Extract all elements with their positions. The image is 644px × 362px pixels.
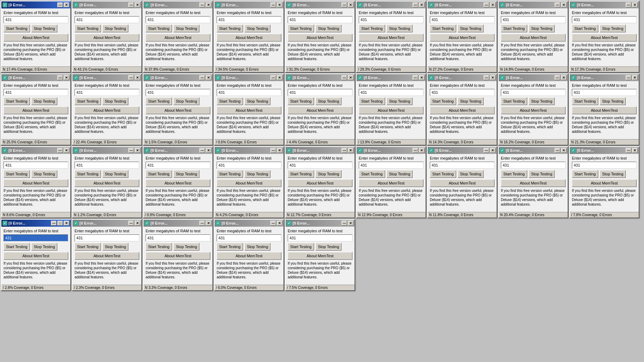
ram-input-4[interactable] <box>217 16 281 23</box>
stop-btn-13[interactable]: Stop Testing <box>244 97 270 105</box>
start-btn-5[interactable]: Start Testing <box>288 25 314 32</box>
minimize-btn-12[interactable]: — <box>199 75 205 80</box>
minimize-btn-6[interactable]: — <box>413 2 418 7</box>
about-btn-27[interactable]: About MemTest <box>572 179 637 187</box>
about-btn-1[interactable]: About MemTest <box>4 34 68 41</box>
minimize-btn-13[interactable]: — <box>270 75 276 80</box>
ram-input-30[interactable] <box>146 234 210 241</box>
about-btn-32[interactable]: About MemTest <box>288 252 352 260</box>
window-18[interactable]: ✓ [0 Error... — ✕ Enter megabytes of RAM… <box>569 73 639 146</box>
stop-btn-18[interactable]: Stop Testing <box>600 97 626 105</box>
titlebar-10[interactable]: ✓ [0 Error... — ✕ <box>1 74 70 81</box>
close-btn-17[interactable]: ✕ <box>561 75 567 80</box>
stop-btn-20[interactable]: Stop Testing <box>102 170 128 178</box>
ram-input-2[interactable] <box>75 16 139 23</box>
start-btn-21[interactable]: Start Testing <box>146 170 172 178</box>
window-24[interactable]: ✓ [0 Error... — ✕ Enter megabytes of RAM… <box>356 146 426 218</box>
titlebar-17[interactable]: ✓ [0 Error... — ✕ <box>499 74 568 81</box>
start-btn-29[interactable]: Start Testing <box>75 243 101 251</box>
stop-btn-14[interactable]: Stop Testing <box>315 97 342 105</box>
close-btn-13[interactable]: ✕ <box>277 75 282 80</box>
stop-btn-26[interactable]: Stop Testing <box>529 170 555 178</box>
titlebar-5[interactable]: ✓ [0 Error... — ✕ <box>286 1 355 8</box>
close-btn-2[interactable]: ✕ <box>135 2 140 7</box>
ram-input-7[interactable] <box>430 16 495 23</box>
titlebar-13[interactable]: ✓ [0 Error... — ✕ <box>215 74 283 81</box>
start-btn-4[interactable]: Start Testing <box>217 25 243 32</box>
start-btn-24[interactable]: Start Testing <box>359 170 385 178</box>
window-27[interactable]: ✓ [0 Error... — ✕ Enter megabytes of RAM… <box>569 146 639 218</box>
titlebar-4[interactable]: ✓ [0 Error... — ✕ <box>215 1 283 8</box>
minimize-btn-25[interactable]: — <box>484 148 489 153</box>
window-21[interactable]: ✓ [0 Error... — ✕ Enter megabytes of RAM… <box>143 146 213 218</box>
stop-btn-31[interactable]: Stop Testing <box>244 243 270 251</box>
ram-input-5[interactable] <box>288 16 352 23</box>
about-btn-25[interactable]: About MemTest <box>430 179 495 187</box>
ram-input-13[interactable] <box>217 89 281 96</box>
about-btn-26[interactable]: About MemTest <box>501 179 566 187</box>
about-btn-29[interactable]: About MemTest <box>75 252 139 260</box>
start-btn-1[interactable]: Start Testing <box>4 25 30 32</box>
titlebar-24[interactable]: ✓ [0 Error... — ✕ <box>357 147 426 154</box>
titlebar-21[interactable]: ✓ [0 Error... — ✕ <box>144 147 212 154</box>
ram-input-24[interactable] <box>359 162 423 169</box>
close-btn-4[interactable]: ✕ <box>277 2 282 7</box>
about-btn-23[interactable]: About MemTest <box>288 179 352 187</box>
ram-input-26[interactable] <box>501 162 566 169</box>
titlebar-11[interactable]: ✓ [0 Error... — ✕ <box>72 74 141 81</box>
start-btn-22[interactable]: Start Testing <box>217 170 243 178</box>
titlebar-25[interactable]: ✓ [0 Error... — ✕ <box>428 147 497 154</box>
ram-input-28[interactable] <box>4 234 68 241</box>
stop-btn-17[interactable]: Stop Testing <box>529 97 555 105</box>
minimize-btn-5[interactable]: — <box>342 2 347 7</box>
stop-btn-7[interactable]: Stop Testing <box>458 25 484 32</box>
ram-input-15[interactable] <box>359 89 423 96</box>
ram-input-20[interactable] <box>75 162 139 169</box>
minimize-btn-8[interactable]: — <box>555 2 560 7</box>
start-btn-30[interactable]: Start Testing <box>146 243 172 251</box>
titlebar-9[interactable]: ✓ [0 Error... — ✕ <box>570 1 639 8</box>
stop-btn-1[interactable]: Stop Testing <box>31 25 57 32</box>
close-btn-19[interactable]: ✕ <box>64 148 69 153</box>
stop-btn-9[interactable]: Stop Testing <box>600 25 626 32</box>
close-btn-31[interactable]: ✕ <box>277 221 282 226</box>
ram-input-18[interactable] <box>572 89 637 96</box>
ram-input-19[interactable] <box>4 162 68 169</box>
window-2[interactable]: ✓ [0 Error... — ✕ Enter megabytes of RAM… <box>72 1 142 73</box>
ram-input-8[interactable] <box>501 16 566 23</box>
ram-input-32[interactable] <box>288 234 352 241</box>
about-btn-9[interactable]: About MemTest <box>572 34 637 41</box>
titlebar-19[interactable]: ✓ [0 Error... — ✕ <box>1 147 70 154</box>
close-btn-29[interactable]: ✕ <box>135 221 140 226</box>
close-btn-16[interactable]: ✕ <box>490 75 496 80</box>
start-btn-25[interactable]: Start Testing <box>430 170 456 178</box>
ram-input-1[interactable] <box>4 16 68 23</box>
titlebar-31[interactable]: ✓ [0 Error... — ✕ <box>215 220 283 227</box>
window-29[interactable]: ✓ [0 Error... — ✕ Enter megabytes of RAM… <box>72 219 142 291</box>
window-20[interactable]: ✓ [0 Error... — ✕ Enter megabytes of RAM… <box>72 146 142 218</box>
start-btn-19[interactable]: Start Testing <box>4 170 30 178</box>
close-btn-12[interactable]: ✕ <box>206 75 211 80</box>
about-btn-7[interactable]: About MemTest <box>430 34 495 41</box>
window-15[interactable]: ✓ [0 Error... — ✕ Enter megabytes of RAM… <box>356 73 426 146</box>
minimize-btn-30[interactable]: — <box>199 221 205 226</box>
about-btn-8[interactable]: About MemTest <box>501 34 566 41</box>
ram-input-14[interactable] <box>288 89 352 96</box>
window-13[interactable]: ✓ [0 Error... — ✕ Enter megabytes of RAM… <box>214 73 284 146</box>
titlebar-23[interactable]: ✓ [0 Error... — ✕ <box>286 147 355 154</box>
about-btn-5[interactable]: About MemTest <box>288 34 352 41</box>
window-1[interactable]: ✓ [0 Error... — ✕ Enter megabytes of RAM… <box>1 1 71 73</box>
minimize-btn-19[interactable]: — <box>57 148 63 153</box>
window-4[interactable]: ✓ [0 Error... — ✕ Enter megabytes of RAM… <box>214 1 284 73</box>
start-btn-32[interactable]: Start Testing <box>288 243 314 251</box>
about-btn-24[interactable]: About MemTest <box>359 179 423 187</box>
titlebar-18[interactable]: ✓ [0 Error... — ✕ <box>570 74 639 81</box>
ram-input-16[interactable] <box>430 89 495 96</box>
minimize-btn-4[interactable]: — <box>270 2 276 7</box>
minimize-btn-10[interactable]: — <box>57 75 63 80</box>
minimize-btn-28[interactable]: — <box>51 221 57 226</box>
about-btn-30[interactable]: About MemTest <box>146 252 210 260</box>
stop-btn-11[interactable]: Stop Testing <box>102 97 128 105</box>
minimize-btn-26[interactable]: — <box>555 148 560 153</box>
window-5[interactable]: ✓ [0 Error... — ✕ Enter megabytes of RAM… <box>285 1 355 73</box>
